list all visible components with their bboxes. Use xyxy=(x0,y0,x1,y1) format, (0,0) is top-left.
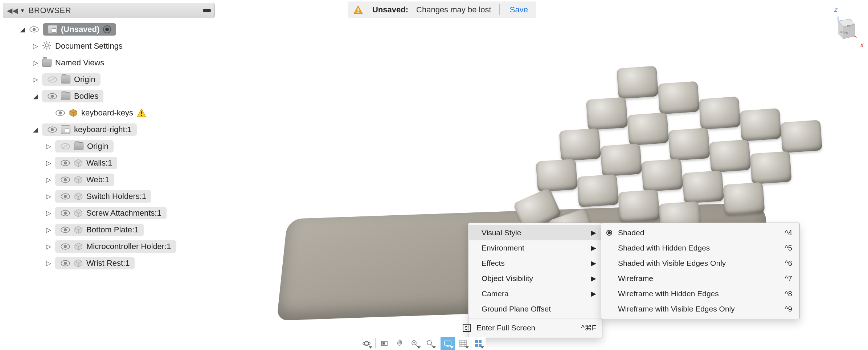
tree-row-wrist-rest[interactable]: ▷ Wrist Rest:1 xyxy=(7,255,218,272)
browser-panel-header[interactable]: ◀◀ ▼ BROWSER xyxy=(3,3,215,18)
tree-label: Screw Attachments:1 xyxy=(86,208,161,218)
tree-row-web[interactable]: ▷ Web:1 xyxy=(7,171,218,188)
svg-line-67 xyxy=(416,345,418,347)
visibility-icon[interactable] xyxy=(60,176,70,183)
browser-title: BROWSER xyxy=(29,6,203,15)
chevron-right-icon[interactable]: ▷ xyxy=(46,142,52,150)
fit-button[interactable] xyxy=(423,337,437,350)
tree-pill[interactable]: Screw Attachments:1 xyxy=(55,207,167,219)
chevron-right-icon[interactable]: ▷ xyxy=(46,259,52,267)
minimize-icon[interactable] xyxy=(203,9,211,12)
svg-rect-75 xyxy=(460,340,466,347)
tree-root-row[interactable]: ◢ (Unsaved) xyxy=(7,21,218,38)
collapse-panel-icon[interactable]: ◀◀ xyxy=(7,6,18,15)
tree-row-document-settings[interactable]: ▷ Document Settings xyxy=(7,38,218,54)
visibility-icon[interactable] xyxy=(60,209,70,217)
tree-pill[interactable]: Wrist Rest:1 xyxy=(55,257,135,269)
look-at-button[interactable] xyxy=(377,337,392,350)
submenu-item-wireframe[interactable]: Wireframe ^7 xyxy=(602,271,799,286)
tree-row-origin-sub[interactable]: ▷ Origin xyxy=(7,138,218,155)
svg-rect-65 xyxy=(382,342,385,345)
menu-item-ground-plane-offset[interactable]: Ground Plane Offset xyxy=(469,301,601,317)
visibility-off-icon[interactable] xyxy=(60,143,70,150)
active-component-radio-icon[interactable] xyxy=(103,25,111,33)
warning-icon[interactable] xyxy=(137,108,146,118)
tree-row-bodies[interactable]: ◢ Bodies xyxy=(7,88,218,105)
tree-row-mcu-holder[interactable]: ▷ Microcontroller Holder:1 xyxy=(7,238,218,255)
grid-button[interactable] xyxy=(456,337,470,350)
svg-point-39 xyxy=(64,212,67,215)
menu-item-camera[interactable]: Camera ▶ xyxy=(469,286,601,301)
visibility-icon[interactable] xyxy=(60,226,70,233)
tree-row-bottom-plate[interactable]: ▷ Bottom Plate:1 xyxy=(7,221,218,238)
svg-line-71 xyxy=(431,345,433,347)
tree-label: Wrist Rest:1 xyxy=(86,259,130,268)
submenu-item-wireframe-hidden-edges[interactable]: Wireframe with Hidden Edges ^8 xyxy=(602,286,799,301)
zoom-button[interactable] xyxy=(408,337,422,350)
menu-label: Object Visibility xyxy=(482,274,533,283)
tree-pill[interactable]: Origin xyxy=(55,140,114,152)
submenu-item-shaded-visible-edges[interactable]: Shaded with Visible Edges Only ^6 xyxy=(602,256,799,271)
unsaved-message: Changes may be lost xyxy=(416,5,491,15)
tree-label: Bottom Plate:1 xyxy=(86,225,139,235)
submenu-item-shaded-hidden-edges[interactable]: Shaded with Hidden Edges ^5 xyxy=(602,240,799,256)
root-component-pill[interactable]: (Unsaved) xyxy=(43,23,116,36)
tree-pill[interactable]: Walls:1 xyxy=(55,157,117,169)
menu-item-effects[interactable]: Effects ▶ xyxy=(469,256,601,271)
tree-row-keyboard-right[interactable]: ◢ keyboard-right:1 xyxy=(7,121,218,138)
orbit-button[interactable] xyxy=(359,337,374,350)
chevron-right-icon[interactable]: ▷ xyxy=(33,76,38,84)
chevron-right-icon[interactable]: ▷ xyxy=(46,159,52,167)
menu-label: Camera xyxy=(482,289,509,298)
svg-point-35 xyxy=(64,195,67,198)
tree-pill[interactable]: Web:1 xyxy=(55,174,114,186)
visibility-icon[interactable] xyxy=(47,93,57,100)
visibility-icon[interactable] xyxy=(60,260,70,267)
viewports-button[interactable] xyxy=(471,337,486,350)
svg-point-31 xyxy=(64,178,67,182)
tree-pill[interactable]: Origin xyxy=(42,73,101,86)
tree-pill[interactable]: Switch Holders:1 xyxy=(55,190,151,203)
menu-item-object-visibility[interactable]: Object Visibility ▶ xyxy=(469,271,601,286)
chevron-down-icon[interactable]: ◢ xyxy=(20,25,25,33)
visibility-icon[interactable] xyxy=(47,126,57,133)
visibility-off-icon[interactable] xyxy=(47,76,57,83)
svg-line-12 xyxy=(49,77,56,82)
submenu-item-wireframe-visible-edges[interactable]: Wireframe with Visible Edges Only ^9 xyxy=(602,301,799,317)
divider xyxy=(499,4,500,15)
visibility-icon[interactable] xyxy=(60,159,70,167)
tree-row-screw-attachments[interactable]: ▷ Screw Attachments:1 xyxy=(7,205,218,221)
tree-row-switch-holders[interactable]: ▷ Switch Holders:1 xyxy=(7,188,218,205)
visibility-icon[interactable] xyxy=(60,193,70,200)
chevron-right-icon[interactable]: ▷ xyxy=(46,192,52,200)
pan-button[interactable] xyxy=(392,337,407,350)
tree-row-origin[interactable]: ▷ Origin xyxy=(7,71,218,88)
tree-row-walls[interactable]: ▷ Walls:1 xyxy=(7,155,218,171)
tree-pill[interactable]: keyboard-right:1 xyxy=(42,123,137,136)
chevron-right-icon[interactable]: ▷ xyxy=(33,59,38,67)
menu-item-fullscreen[interactable]: Enter Full Screen ^⌘F xyxy=(469,318,601,335)
chevron-down-icon[interactable]: ◢ xyxy=(33,92,38,100)
chevron-right-icon[interactable]: ▷ xyxy=(46,226,52,234)
shortcut-label: ^5 xyxy=(785,244,792,252)
menu-item-visual-style[interactable]: Visual Style ▶ xyxy=(469,225,601,240)
chevron-down-icon[interactable]: ▼ xyxy=(20,8,25,13)
save-link[interactable]: Save xyxy=(508,5,530,15)
visibility-icon[interactable] xyxy=(29,26,39,33)
tree-pill[interactable]: Microcontroller Holder:1 xyxy=(55,240,176,253)
tree-pill[interactable]: Bodies xyxy=(42,90,103,102)
chevron-right-icon[interactable]: ▷ xyxy=(33,42,38,50)
visibility-icon[interactable] xyxy=(55,109,65,117)
tree-row-keyboard-keys[interactable]: keyboard-keys xyxy=(7,105,218,121)
submenu-item-shaded[interactable]: Shaded ^4 xyxy=(602,225,799,240)
submenu-label: Shaded with Visible Edges Only xyxy=(618,259,726,268)
tree-pill[interactable]: Bottom Plate:1 xyxy=(55,224,144,236)
tree-row-named-views[interactable]: ▷ Named Views xyxy=(7,54,218,71)
chevron-right-icon[interactable]: ▷ xyxy=(46,243,52,251)
chevron-right-icon[interactable]: ▷ xyxy=(46,176,52,184)
menu-item-environment[interactable]: Environment ▶ xyxy=(469,240,601,256)
chevron-right-icon[interactable]: ▷ xyxy=(46,209,52,217)
display-settings-button[interactable] xyxy=(441,337,455,350)
visibility-icon[interactable] xyxy=(60,243,70,250)
chevron-down-icon[interactable]: ◢ xyxy=(33,126,38,134)
